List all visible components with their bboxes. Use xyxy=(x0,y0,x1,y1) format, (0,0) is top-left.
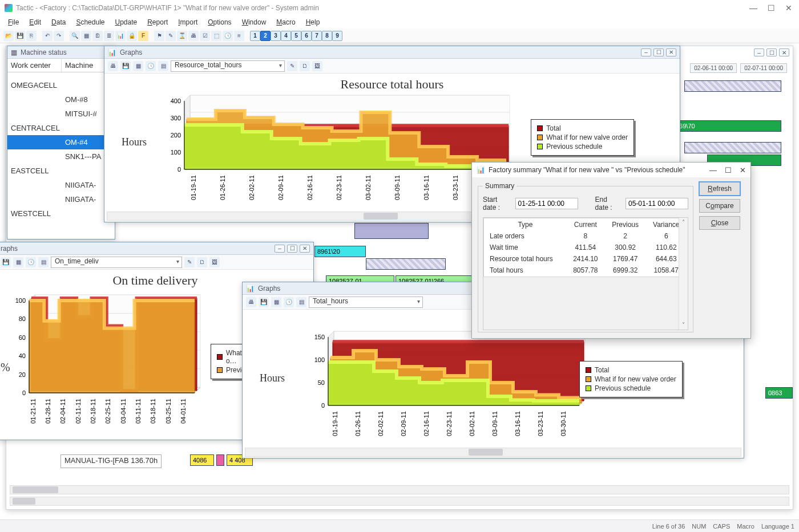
menu-report[interactable]: Report xyxy=(143,17,172,27)
toolbar-misc1-icon[interactable]: ⚑ xyxy=(154,31,164,41)
machine-status-row[interactable]: SNK1---PA xyxy=(7,149,115,164)
toolbar-save-icon[interactable]: 💾 xyxy=(15,31,25,41)
toolbar-misc4-icon[interactable]: 🖶 xyxy=(188,31,199,41)
gantt-bar[interactable]: 0863 xyxy=(765,387,793,399)
scrollbar-horizontal[interactable] xyxy=(245,448,741,457)
grid-icon[interactable]: ▦ xyxy=(13,257,23,267)
toolbar-open-icon[interactable]: 📂 xyxy=(3,31,14,41)
child-max-icon[interactable]: ☐ xyxy=(653,48,664,56)
schedule-button-2[interactable]: 2 xyxy=(260,31,271,41)
dialog-close-icon[interactable]: ✕ xyxy=(740,166,746,174)
gantt-bar[interactable] xyxy=(354,223,429,239)
clock-icon[interactable]: 🕓 xyxy=(284,297,294,307)
gantt-bar[interactable] xyxy=(684,80,781,92)
toolbar-find-icon[interactable]: 🔍 xyxy=(70,31,80,41)
toolbar-grid-icon[interactable]: ▦ xyxy=(81,31,91,41)
print-icon[interactable]: 🖶 xyxy=(246,297,256,307)
toolbar-list-icon[interactable]: ≣ xyxy=(104,31,114,41)
schedule-button-7[interactable]: 7 xyxy=(312,31,322,41)
table-icon[interactable]: ▤ xyxy=(38,257,49,267)
menu-update[interactable]: Update xyxy=(110,17,142,27)
bg-window-controls[interactable]: – ☐ ✕ xyxy=(754,48,789,56)
column-header[interactable]: Work center xyxy=(7,59,62,72)
schedule-button-9[interactable]: 9 xyxy=(332,31,342,41)
machine-status-row[interactable]: EASTCELL xyxy=(7,164,115,178)
gantt-bar[interactable] xyxy=(216,454,224,466)
chart-selector[interactable]: On_time_deliv xyxy=(51,257,182,268)
schedule-button-4[interactable]: 4 xyxy=(281,31,291,41)
schedule-button-1[interactable]: 1 xyxy=(250,31,260,41)
machine-status-row[interactable]: NIIGATA- xyxy=(7,192,115,206)
table-icon[interactable]: ▤ xyxy=(296,297,306,307)
menu-data[interactable]: Data xyxy=(47,17,70,27)
schedule-button-8[interactable]: 8 xyxy=(322,31,332,41)
menu-schedule[interactable]: Schedule xyxy=(71,17,109,27)
table-icon[interactable]: ▤ xyxy=(158,61,168,71)
toolbar-misc3-icon[interactable]: ⌛ xyxy=(177,31,187,41)
gantt-bar[interactable]: 569\70 xyxy=(673,120,781,132)
gantt-bar[interactable] xyxy=(366,258,446,270)
gantt-bar[interactable]: 8961\20 xyxy=(314,246,366,257)
machine-status-row[interactable] xyxy=(7,72,115,78)
save-icon[interactable]: 💾 xyxy=(120,61,131,71)
child-min-icon[interactable]: – xyxy=(275,245,285,253)
bg-close-icon[interactable]: ✕ xyxy=(779,48,789,56)
save-icon[interactable]: 💾 xyxy=(259,297,269,307)
grid-icon[interactable]: ▦ xyxy=(133,61,143,71)
grid-icon[interactable]: ▦ xyxy=(271,297,281,307)
clock-icon[interactable]: 🕓 xyxy=(146,61,156,71)
window-maximize-button[interactable]: ☐ xyxy=(768,3,775,13)
menu-edit[interactable]: Edit xyxy=(25,17,46,27)
child-max-icon[interactable]: ☐ xyxy=(287,245,297,253)
print-icon[interactable]: 🖶 xyxy=(108,61,118,71)
window-close-button[interactable]: ✕ xyxy=(785,3,792,13)
dialog-max-icon[interactable]: ☐ xyxy=(725,166,732,174)
gantt-bar[interactable]: 4086 xyxy=(190,454,214,466)
image-icon[interactable]: 🖼 xyxy=(209,257,220,267)
schedule-button-5[interactable]: 5 xyxy=(291,31,301,41)
new-icon[interactable]: 🗋 xyxy=(300,61,310,71)
machine-status-row[interactable]: WESTCELL xyxy=(7,206,115,221)
edit-icon[interactable]: ✎ xyxy=(287,61,297,71)
toolbar-misc2-icon[interactable]: ✎ xyxy=(166,31,176,41)
child-close-icon[interactable]: ✕ xyxy=(666,48,676,56)
image-icon[interactable]: 🖼 xyxy=(312,61,322,71)
menu-options[interactable]: Options xyxy=(203,17,236,27)
toolbar-misc7-icon[interactable]: 🕓 xyxy=(223,31,233,41)
bg-min-icon[interactable]: – xyxy=(754,48,764,56)
menu-macro[interactable]: Macro xyxy=(272,17,300,27)
toolbar-lock-icon[interactable]: 🔒 xyxy=(127,31,137,41)
toolbar-undo-icon[interactable]: ↶ xyxy=(42,31,53,41)
compare-button[interactable]: Compare xyxy=(699,199,740,213)
chart-selector[interactable]: Total_hours xyxy=(309,297,423,308)
refresh-button[interactable]: Refresh xyxy=(699,182,740,196)
start-date-input[interactable] xyxy=(515,198,578,209)
child-min-icon[interactable]: – xyxy=(641,48,651,56)
scrollbar-horizontal[interactable] xyxy=(10,497,789,506)
menu-file[interactable]: File xyxy=(3,17,23,27)
child-close-icon[interactable]: ✕ xyxy=(300,245,310,253)
toolbar-misc8-icon[interactable]: ≡ xyxy=(234,31,244,41)
schedule-button-6[interactable]: 6 xyxy=(301,31,312,41)
toolbar-calendar-icon[interactable]: 🗓 xyxy=(92,31,103,41)
schedule-button-3[interactable]: 3 xyxy=(271,31,281,41)
menu-help[interactable]: Help xyxy=(301,17,325,27)
dialog-min-icon[interactable]: — xyxy=(709,166,717,174)
scrollbar-vertical[interactable]: ˄ ˅ xyxy=(679,218,688,330)
menu-window[interactable]: Window xyxy=(237,17,271,27)
chart-selector[interactable]: Resource_total_hours xyxy=(171,60,285,72)
toolbar-saveall-icon[interactable]: ⎘ xyxy=(26,31,37,41)
toolbar-redo-icon[interactable]: ↷ xyxy=(54,31,64,41)
close-button[interactable]: Close xyxy=(699,216,740,230)
gantt-bar[interactable] xyxy=(684,142,781,153)
machine-status-row[interactable]: NIIGATA- xyxy=(7,178,115,192)
clock-icon[interactable]: 🕓 xyxy=(26,257,36,267)
machine-status-row[interactable]: OMEGACELL xyxy=(7,78,115,92)
machine-status-row[interactable]: MITSUI-# xyxy=(7,107,115,121)
save-icon[interactable]: 💾 xyxy=(1,257,11,267)
bg-max-icon[interactable]: ☐ xyxy=(766,48,777,56)
scrollbar-horizontal[interactable] xyxy=(10,485,789,494)
toolbar-chart-icon[interactable]: 📊 xyxy=(115,31,126,41)
window-minimize-button[interactable]: — xyxy=(749,3,757,13)
machine-status-row[interactable]: OM-#4 xyxy=(7,135,115,149)
